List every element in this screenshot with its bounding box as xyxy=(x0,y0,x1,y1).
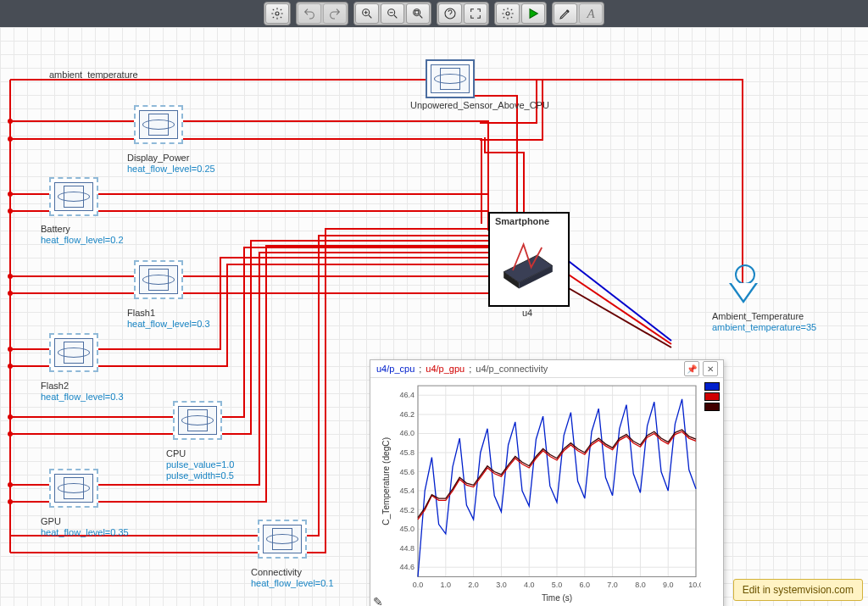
svg-text:46.2: 46.2 xyxy=(400,410,415,419)
run-button[interactable] xyxy=(521,3,545,24)
svg-point-6 xyxy=(506,12,509,15)
fullscreen-icon xyxy=(469,7,482,20)
play-icon xyxy=(526,7,540,20)
svg-text:45.2: 45.2 xyxy=(400,506,415,514)
label-battery: Batteryheat_flow_level=0.2 xyxy=(41,224,124,246)
edit-in-systemvision-button[interactable]: Edit in systemvision.com xyxy=(733,579,863,601)
svg-text:45.8: 45.8 xyxy=(400,448,415,457)
svg-text:2.0: 2.0 xyxy=(468,581,478,589)
svg-text:44.8: 44.8 xyxy=(400,544,415,553)
plot-pin-button[interactable]: 📌 xyxy=(684,361,699,376)
svg-text:4.0: 4.0 xyxy=(524,581,534,589)
schematic-canvas[interactable]: ambient_temperature xyxy=(0,27,868,606)
svg-point-17 xyxy=(8,347,13,352)
svg-text:44.6: 44.6 xyxy=(400,563,415,571)
svg-point-13 xyxy=(8,192,13,197)
pen-button[interactable] xyxy=(554,3,577,24)
plot-signal-2: u4/p_gpu xyxy=(425,364,465,374)
svg-text:1.0: 1.0 xyxy=(441,581,451,589)
component-flash1[interactable] xyxy=(134,260,183,299)
svg-point-16 xyxy=(8,291,13,296)
zoom-fit-icon xyxy=(411,7,425,20)
svg-text:46.4: 46.4 xyxy=(400,391,415,399)
toolbar-group-view xyxy=(437,2,489,25)
component-display-power[interactable] xyxy=(134,105,183,144)
svg-point-20 xyxy=(8,431,13,436)
svg-text:C_Temperature (degC): C_Temperature (degC) xyxy=(381,437,391,525)
component-battery[interactable] xyxy=(49,177,98,216)
svg-text:3.0: 3.0 xyxy=(496,581,506,589)
component-cpu[interactable] xyxy=(173,401,222,440)
component-flash2[interactable] xyxy=(49,333,98,372)
plot-panel[interactable]: u4/p_cpu; u4/p_gpu; u4/p_connectivity 📌 … xyxy=(370,359,724,606)
svg-text:0.0: 0.0 xyxy=(413,581,423,589)
svg-point-0 xyxy=(275,12,279,15)
zoom-out-icon xyxy=(386,7,399,20)
text-button[interactable]: A xyxy=(579,3,603,24)
component-connectivity[interactable] xyxy=(258,520,307,559)
plot-edit-button[interactable]: ✎ xyxy=(373,595,383,606)
svg-text:9.0: 9.0 xyxy=(663,581,673,589)
toolbar-group-zoom xyxy=(353,2,431,25)
label-smartphone-ref: u4 xyxy=(522,308,532,319)
plot-signal-3: u4/p_connectivity xyxy=(475,364,548,374)
svg-point-21 xyxy=(8,482,13,487)
svg-rect-4 xyxy=(415,11,419,14)
zoom-in-button[interactable] xyxy=(355,3,379,24)
plot-chart: 0.01.02.03.04.05.06.07.08.09.010.044.644… xyxy=(379,381,701,604)
toolbar-group-run xyxy=(494,2,547,25)
label-flash1: Flash1heat_flow_level=0.3 xyxy=(127,308,210,330)
help-icon xyxy=(443,7,457,20)
pin-icon: 📌 xyxy=(687,364,697,374)
plot-header: u4/p_cpu; u4/p_gpu; u4/p_connectivity 📌 … xyxy=(370,360,723,378)
svg-point-22 xyxy=(8,499,13,504)
undo-icon xyxy=(303,7,316,20)
redo-button[interactable] xyxy=(323,3,347,24)
help-button[interactable] xyxy=(438,3,462,24)
gear-icon xyxy=(501,7,515,20)
plot-close-button[interactable]: ✕ xyxy=(703,361,718,376)
label-flash2: Flash2heat_flow_level=0.3 xyxy=(41,381,124,403)
svg-point-11 xyxy=(8,119,13,124)
svg-text:5.0: 5.0 xyxy=(552,581,562,589)
component-unpowered-sensor[interactable] xyxy=(426,59,475,98)
svg-text:46.0: 46.0 xyxy=(400,429,415,437)
svg-text:6.0: 6.0 xyxy=(580,581,590,589)
zoom-in-icon xyxy=(360,7,374,20)
toolbar-group-history xyxy=(296,2,348,25)
zoom-fit-button[interactable] xyxy=(406,3,430,24)
label-unpowered-sensor: Unpowered_Sensor_Above_CPU xyxy=(410,100,549,111)
toolbar-group-annotate: A xyxy=(552,2,604,25)
svg-text:45.0: 45.0 xyxy=(400,525,415,533)
svg-point-14 xyxy=(8,208,13,214)
gear-icon xyxy=(270,7,284,20)
toolbar: A xyxy=(0,0,868,29)
component-gpu[interactable] xyxy=(49,469,98,508)
svg-text:7.0: 7.0 xyxy=(607,581,617,589)
label-cpu: CPUpulse_value=1.0pulse_width=0.5 xyxy=(166,448,234,481)
pen-icon: ✎ xyxy=(373,595,383,606)
component-ambient-temperature[interactable] xyxy=(729,264,758,307)
svg-point-15 xyxy=(8,274,13,279)
undo-button[interactable] xyxy=(298,3,321,24)
svg-text:45.6: 45.6 xyxy=(400,468,415,476)
plot-legend xyxy=(704,382,720,413)
redo-icon xyxy=(328,7,342,20)
component-smartphone[interactable]: Smartphone xyxy=(488,212,570,307)
smartphone-title: Smartphone xyxy=(495,216,549,226)
run-settings-button[interactable] xyxy=(496,3,520,24)
svg-text:8.0: 8.0 xyxy=(635,581,645,589)
svg-point-19 xyxy=(8,414,13,420)
settings-button[interactable] xyxy=(265,3,289,24)
label-connectivity: Connectivityheat_flow_level=0.1 xyxy=(251,567,334,589)
svg-point-18 xyxy=(8,364,13,369)
app-root: { "toolbar": { "settings": "Settings", "… xyxy=(0,0,868,606)
svg-point-12 xyxy=(8,136,13,142)
plot-signal-1: u4/p_cpu xyxy=(376,364,415,374)
wire-label-ambient: ambient_temperature xyxy=(49,69,138,81)
zoom-out-button[interactable] xyxy=(381,3,404,24)
toolbar-group-settings xyxy=(264,2,291,25)
close-icon: ✕ xyxy=(707,364,714,374)
text-icon: A xyxy=(587,7,594,21)
fullscreen-button[interactable] xyxy=(464,3,487,24)
